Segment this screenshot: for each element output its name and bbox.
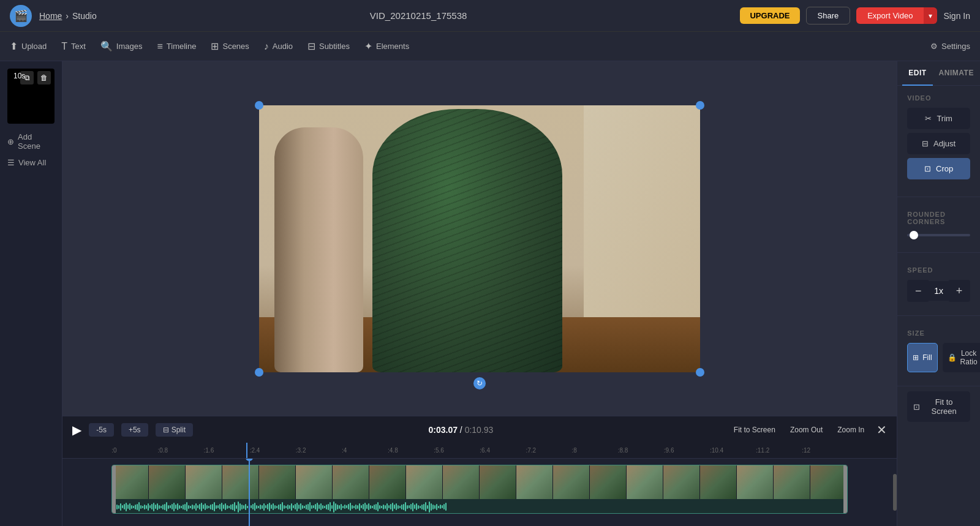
- time-current: 0:03.07: [428, 425, 457, 435]
- scenes-icon: ⊞: [211, 40, 219, 52]
- fill-button[interactable]: ⊞ Fill: [907, 343, 937, 372]
- video-canvas[interactable]: ↻: [259, 105, 700, 372]
- rounded-corners-slider[interactable]: [907, 231, 970, 239]
- ruler-mark: :3.2: [296, 447, 342, 454]
- ruler-mark: :7.2: [526, 447, 571, 454]
- toolbar-scenes[interactable]: ⊞ Scenes: [211, 40, 249, 52]
- speed-controls: − 1x +: [907, 280, 970, 302]
- crop-handle-bottomleft[interactable]: [255, 368, 263, 377]
- playhead-ruler: [246, 443, 247, 458]
- top-nav: 🎬 Home › Studio VID_20210215_175538 UPGR…: [0, 0, 980, 32]
- track-thumb: [627, 465, 663, 499]
- export-caret-button[interactable]: ▾: [924, 7, 937, 24]
- toolbar-upload[interactable]: ⬆ Upload: [10, 40, 47, 52]
- lock-ratio-button[interactable]: 🔒 Lock Ratio: [943, 343, 980, 372]
- track-thumb: [149, 465, 186, 499]
- timeline-right-controls: Fit to Screen Zoom Out Zoom In: [729, 423, 869, 437]
- tab-animate[interactable]: ANIMATE: [933, 61, 980, 86]
- breadcrumb-home[interactable]: Home: [39, 11, 62, 21]
- lock-ratio-label: Lock Ratio: [960, 349, 978, 366]
- adjust-icon: ⊟: [922, 139, 929, 148]
- fit-to-screen-label: Fit to Screen: [924, 397, 964, 416]
- add-scene-label: Add Scene: [18, 132, 55, 151]
- speed-decrease-button[interactable]: −: [907, 280, 929, 302]
- playhead-dot[interactable]: [246, 459, 253, 461]
- subtitles-icon: ⊟: [307, 40, 315, 52]
- app-logo: 🎬: [10, 5, 32, 27]
- toolbar-settings[interactable]: ⚙ Settings: [930, 42, 970, 51]
- list-icon: ☰: [7, 158, 15, 167]
- add-scene-button[interactable]: ⊕ Add Scene: [7, 129, 55, 154]
- upgrade-button[interactable]: UPGRADE: [740, 7, 799, 24]
- canvas-and-timeline: ↻ ▶ -5s +5s ⊟ Split 0:03.07 / 0:10.93 Fi…: [62, 61, 897, 526]
- size-label: SIZE: [907, 329, 970, 337]
- share-button[interactable]: Share: [806, 7, 851, 24]
- video-preview: [259, 105, 700, 372]
- fit-to-screen-button[interactable]: Fit to Screen: [729, 423, 780, 437]
- export-button[interactable]: Export Video: [856, 7, 924, 24]
- track-strip[interactable]: [111, 465, 848, 514]
- scroll-hint[interactable]: [893, 474, 897, 511]
- ruler-mark: :6.4: [480, 447, 526, 454]
- track-thumb: [443, 465, 480, 499]
- speed-increase-button[interactable]: +: [948, 280, 970, 302]
- trim-button[interactable]: ✂ Trim: [907, 108, 970, 129]
- fit-icon: ⊡: [913, 402, 920, 411]
- speed-section: SPEED − 1x +: [897, 258, 980, 310]
- crop-label: Crop: [936, 164, 953, 173]
- toolbar-elements[interactable]: ✦ Elements: [364, 40, 409, 52]
- adjust-button[interactable]: ⊟ Adjust: [907, 133, 970, 154]
- track-thumb: [333, 465, 369, 499]
- time-total: 0:10.93: [465, 425, 494, 435]
- track-thumb: [700, 465, 737, 499]
- timeline-track-area: [62, 459, 897, 526]
- skip-forward-button[interactable]: +5s: [121, 423, 148, 437]
- track-thumb: [810, 465, 847, 499]
- playhead-track[interactable]: [249, 459, 250, 526]
- track-thumb: [406, 465, 443, 499]
- split-button[interactable]: ⊟ Split: [156, 423, 193, 437]
- slider-thumb[interactable]: [910, 231, 918, 239]
- scene-thumbnail[interactable]: 10s ⧉ 🗑: [7, 69, 55, 124]
- crop-handle-bottomright[interactable]: [696, 368, 704, 377]
- track-thumb: [774, 465, 810, 499]
- toolbar-images[interactable]: 🔍 Images: [100, 40, 143, 52]
- skip-back-button[interactable]: -5s: [89, 423, 114, 437]
- toolbar-subtitles-label: Subtitles: [319, 42, 350, 51]
- time-display: 0:03.07 / 0:10.93: [200, 425, 722, 435]
- size-section: SIZE ⊞ Fill 🔒 Lock Ratio: [897, 321, 980, 381]
- signin-button[interactable]: Sign In: [943, 11, 970, 21]
- video-title: VID_20210215_175538: [104, 10, 733, 21]
- track-handle-left[interactable]: [112, 465, 116, 513]
- timeline-ruler: :0 :0.8 :1.6 :2.4 :3.2 :4 :4.8 :5.6 :6.4…: [62, 443, 897, 459]
- ruler-mark: :1.6: [204, 447, 250, 454]
- fit-to-screen-panel-button[interactable]: ⊡ Fit to Screen: [907, 391, 970, 422]
- scene-delete-button[interactable]: 🗑: [37, 71, 51, 85]
- track-thumb: [259, 465, 296, 499]
- close-timeline-button[interactable]: ✕: [876, 423, 887, 437]
- right-panel: EDIT ANIMATE EFFECTS TIMING VIDEO ✂ Trim…: [897, 61, 980, 526]
- toolbar-text[interactable]: T Text: [61, 41, 86, 52]
- toolbar-timeline[interactable]: ≡ Timeline: [157, 41, 196, 52]
- tab-edit[interactable]: EDIT: [902, 61, 932, 86]
- zoom-out-button[interactable]: Zoom Out: [785, 423, 827, 437]
- scene-copy-button[interactable]: ⧉: [20, 71, 34, 85]
- track-handle-right[interactable]: [843, 465, 847, 513]
- speed-label: SPEED: [907, 266, 970, 274]
- export-group: Export Video ▾: [856, 7, 937, 24]
- view-all-button[interactable]: ☰ View All: [7, 154, 55, 171]
- slider-track: [907, 234, 970, 236]
- text-icon: T: [61, 41, 67, 52]
- zoom-in-button[interactable]: Zoom In: [832, 423, 869, 437]
- crop-handle-topleft[interactable]: [255, 101, 263, 110]
- ruler-mark: :11.2: [756, 447, 802, 454]
- crop-button[interactable]: ⊡ Crop: [907, 158, 970, 179]
- toolbar-subtitles[interactable]: ⊟ Subtitles: [307, 40, 350, 52]
- play-button[interactable]: ▶: [72, 423, 81, 437]
- toolbar-audio[interactable]: ♪ Audio: [264, 41, 293, 52]
- crop-handle-topright[interactable]: [696, 101, 704, 110]
- main-layout: 10s ⧉ 🗑 ⊕ Add Scene ☰ View All: [0, 61, 980, 526]
- track-thumb: [369, 465, 406, 499]
- rotate-handle[interactable]: ↻: [473, 377, 486, 389]
- toolbar-upload-label: Upload: [21, 42, 47, 51]
